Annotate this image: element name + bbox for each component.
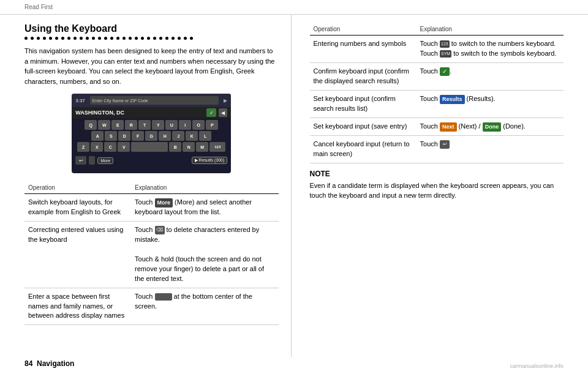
kb-confirm-button[interactable]: ✓ (206, 108, 216, 117)
kb-grid-icon (89, 156, 95, 165)
table-cell-op: Entering numbers and symbols (310, 36, 417, 63)
kb-key-b[interactable]: B (169, 142, 181, 152)
dot (135, 37, 138, 40)
page-header: Read First (0, 0, 588, 15)
table-row: Set keyboard input (confirm search resul… (310, 90, 564, 118)
dot (43, 37, 46, 40)
done-button-label: Done (483, 122, 502, 132)
kb-key-t[interactable]: T (138, 120, 151, 130)
table-cell-exp: Touch Next (Next) / Done (Done). (417, 118, 564, 135)
kb-key-m[interactable]: M (196, 142, 208, 152)
kb-key-f[interactable]: F (132, 131, 144, 141)
dot (123, 37, 126, 40)
table-row: Entering numbers and symbols Touch 123 t… (310, 36, 564, 63)
dots-divider (24, 37, 279, 40)
table-row: Enter a space between first names and fa… (24, 288, 279, 325)
kb-key-k[interactable]: K (186, 131, 198, 141)
dot (104, 37, 107, 40)
kb-back-arrow[interactable]: ◀ (219, 108, 227, 117)
dot (190, 37, 193, 40)
table-row: Set keyboard input (save entry) Touch Ne… (310, 118, 564, 135)
left-table-col1-header: Operation (24, 182, 131, 194)
kb-back-button[interactable]: ↩ (75, 156, 86, 165)
kb-key-q[interactable]: Q (85, 120, 97, 130)
keyboard-screenshot: 3:37 Enter City Name or ZIP Code ▶ WASHI… (72, 94, 231, 173)
kb-space-key[interactable] (131, 142, 168, 152)
intro-paragraph: This navigation system has been designed… (24, 46, 279, 86)
kb-address: WASHINGTON, DC (75, 110, 204, 116)
kb-key-u[interactable]: U (165, 120, 178, 130)
right-column: Operation Explanation Entering numbers a… (310, 15, 564, 357)
table-cell-op: Switch keyboard layouts, for example fro… (24, 194, 131, 222)
page-footer: 84 Navigation (24, 359, 74, 368)
note-title: NOTE (310, 170, 564, 178)
header-title: Read First (24, 4, 53, 10)
dot (49, 37, 52, 40)
kb-key-z[interactable]: Z (77, 142, 89, 152)
right-table-col1-header: Operation (310, 23, 417, 36)
kb-key-l[interactable]: L (199, 131, 211, 141)
left-table: Operation Explanation Switch keyboard la… (24, 182, 279, 325)
table-cell-exp: Touch ↩ (417, 135, 564, 163)
kb-key-a[interactable]: A (91, 131, 104, 141)
table-cell-exp: Touch 123 to switch to the numbers keybo… (417, 36, 564, 63)
dot (153, 37, 156, 40)
kb-key-n[interactable]: N (183, 142, 195, 152)
kb-key-i[interactable]: I (179, 120, 191, 130)
kb-key-d[interactable]: D (118, 131, 130, 141)
table-cell-exp: Touch ✓. (417, 62, 564, 90)
dot (159, 37, 162, 40)
table-cell-exp: Touch ⌫ to delete characters entered by … (131, 221, 278, 288)
dot (110, 37, 113, 40)
sym-icon: SYM (440, 50, 451, 58)
dot (61, 37, 64, 40)
results-button-label: Results (440, 95, 465, 104)
table-cell-exp: Touch at the bottom center of the screen… (131, 288, 278, 325)
table-cell-op: Cancel keyboard input (return to main sc… (310, 135, 417, 163)
dot (24, 37, 28, 40)
kb-key-y[interactable]: Y (152, 120, 164, 130)
kb-results-button[interactable]: ▶ Results (300) (192, 157, 228, 164)
right-table: Operation Explanation Entering numbers a… (310, 23, 564, 163)
table-row: Switch keyboard layouts, for example fro… (24, 194, 279, 222)
kb-more-button[interactable]: More (97, 157, 113, 164)
dot (165, 37, 168, 40)
next-button-label: Next (440, 122, 457, 132)
kb-key-s[interactable]: S (105, 131, 117, 141)
kb-key-j[interactable]: J (172, 131, 184, 141)
dot (67, 37, 70, 40)
table-cell-exp: Touch More (More) and select another key… (131, 194, 278, 222)
left-column: Using the Keyboard (24, 15, 292, 357)
kb-key-x[interactable]: X (91, 142, 103, 152)
table-cell-op: Set keyboard input (save entry) (310, 118, 417, 135)
kb-time: 3:37 (75, 98, 85, 103)
section-heading: Using the Keyboard (24, 23, 279, 34)
dot (98, 37, 101, 40)
check-icon: ✓ (440, 67, 450, 76)
delete-icon: ⌫ (155, 226, 165, 234)
kb-row-2: A S D F G H J K L (74, 131, 228, 141)
kb-key-h[interactable]: H (159, 131, 171, 141)
table-cell-op: Correcting entered values using the keyb… (24, 221, 131, 288)
kb-key-c[interactable]: C (104, 142, 116, 152)
kb-key-p[interactable]: P (206, 120, 218, 130)
dot (74, 37, 77, 40)
space-icon (155, 293, 172, 301)
kb-key-v[interactable]: V (118, 142, 130, 152)
right-table-col2-header: Explanation (417, 23, 564, 36)
kb-gps-icon: ▶ (224, 98, 227, 103)
kb-key-e[interactable]: E (111, 120, 124, 130)
kb-key-g[interactable]: G (145, 131, 157, 141)
dot (37, 37, 40, 40)
kb-key-w[interactable]: W (98, 120, 110, 130)
kb-key-o[interactable]: O (192, 120, 205, 130)
nums-icon: 123 (440, 40, 450, 48)
kb-row-3: Z X C V B N M 123 (74, 142, 228, 152)
kb-key-123[interactable]: 123 (209, 142, 225, 152)
dot (172, 37, 175, 40)
dot (178, 37, 181, 40)
table-row: Correcting entered values using the keyb… (24, 221, 279, 288)
dot (184, 37, 187, 40)
dot (147, 37, 150, 40)
kb-key-r[interactable]: R (125, 120, 137, 130)
